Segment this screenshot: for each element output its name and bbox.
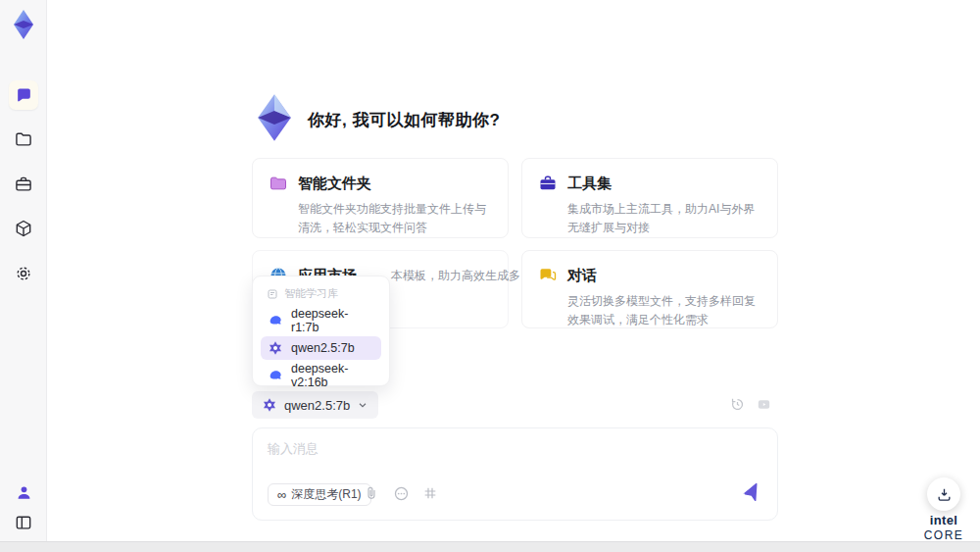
model-selector-button[interactable]: qwen2.5:7b: [252, 391, 378, 419]
greeting-logo: [249, 92, 300, 143]
card-desc-fragment: 本模板，助力高效生成多: [391, 268, 509, 284]
app-window: 你好, 我可以如何帮助你? 智能文件夹 智能文件夹功能支持批量文件上传与清洗，轻…: [0, 0, 980, 552]
download-icon: [936, 486, 953, 503]
sidebar-item-toolset[interactable]: [9, 170, 38, 199]
model-dropdown: 智能学习库 deepseek-r1:7b qwen2.5:7b deepseek…: [252, 276, 390, 386]
card-smart-folder[interactable]: 智能文件夹 智能文件夹功能支持批量文件上传与清洗，轻松实现文件问答: [252, 158, 509, 238]
gear-icon: [14, 264, 33, 283]
chat-bubble-icon: [15, 86, 33, 105]
paperclip-icon[interactable]: [364, 485, 381, 503]
deepseek-whale-icon: [268, 313, 283, 328]
sidebar-item-chat[interactable]: [9, 80, 38, 110]
qwen-icon: [268, 340, 283, 356]
card-dialogue[interactable]: 对话 灵活切换多模型文件，支持多样回复效果调试，满足个性化需求: [521, 250, 778, 328]
card-title: 智能文件夹: [298, 175, 371, 193]
cube-icon: [14, 219, 33, 238]
deep-think-toggle[interactable]: ∞ 深度思考(R1): [268, 483, 371, 506]
grid-hash-icon[interactable]: [422, 485, 440, 503]
card-desc: 集成市场上主流工具，助力AI与外界无缝扩展与对接: [567, 200, 761, 236]
card-title: 工具集: [567, 175, 612, 193]
page-title: 你好, 我可以如何帮助你?: [308, 109, 500, 131]
deepseek-whale-icon: [268, 368, 283, 383]
model-dropdown-header: 智能学习库: [259, 284, 383, 307]
qwen-icon: [262, 397, 277, 413]
card-toolset[interactable]: 工具集 集成市场上主流工具，助力AI与外界无缝扩展与对接: [521, 158, 778, 238]
folder-icon: [14, 129, 33, 149]
composer-tools: [364, 485, 440, 503]
infinity-icon: ∞: [277, 488, 286, 501]
user-icon: [15, 483, 33, 502]
conversation-actions: [729, 396, 772, 413]
model-option-qwen[interactable]: qwen2.5:7b: [261, 336, 381, 360]
model-option-deepseek-v2[interactable]: deepseek-v2:16b: [261, 364, 381, 387]
card-title: 对话: [567, 267, 597, 285]
intel-wordmark: intel: [930, 513, 958, 527]
sidebar-item-settings[interactable]: [9, 259, 38, 288]
download-button[interactable]: [927, 477, 960, 511]
video-window-icon[interactable]: [756, 396, 772, 413]
composer-placeholder: 输入消息: [268, 440, 318, 458]
purple-folder-icon: [269, 174, 288, 193]
model-selector-value: qwen2.5:7b: [284, 398, 350, 413]
library-icon: [267, 288, 278, 300]
model-option-deepseek-r1[interactable]: deepseek-r1:7b: [261, 309, 381, 332]
sidebar-item-models[interactable]: [9, 214, 38, 243]
card-desc: 智能文件夹功能支持批量文件上传与清洗，轻松实现文件问答: [298, 200, 492, 236]
message-composer[interactable]: 输入消息 ∞ 深度思考(R1): [252, 427, 778, 521]
indigo-briefcase-icon: [538, 174, 558, 193]
app-logo: [7, 8, 40, 41]
deep-think-label: 深度思考(R1): [291, 486, 361, 503]
yellow-chat-icon: [538, 266, 558, 285]
core-wordmark: CORE: [924, 528, 964, 542]
briefcase-icon: [14, 175, 33, 194]
card-desc: 灵活切换多模型文件，支持多样回复效果调试，满足个性化需求: [567, 292, 761, 328]
sidebar-item-profile[interactable]: [9, 477, 38, 507]
history-icon[interactable]: [729, 396, 746, 413]
window-bottom-strip: [0, 541, 980, 552]
sidebar-item-folders[interactable]: [9, 125, 38, 154]
chevron-down-icon: [357, 399, 368, 411]
sidebar-item-panel[interactable]: [9, 508, 38, 537]
circle-more-icon[interactable]: [393, 485, 411, 503]
layout-panel-icon: [14, 513, 33, 532]
sidebar: [0, 0, 47, 541]
send-button[interactable]: [740, 481, 763, 505]
